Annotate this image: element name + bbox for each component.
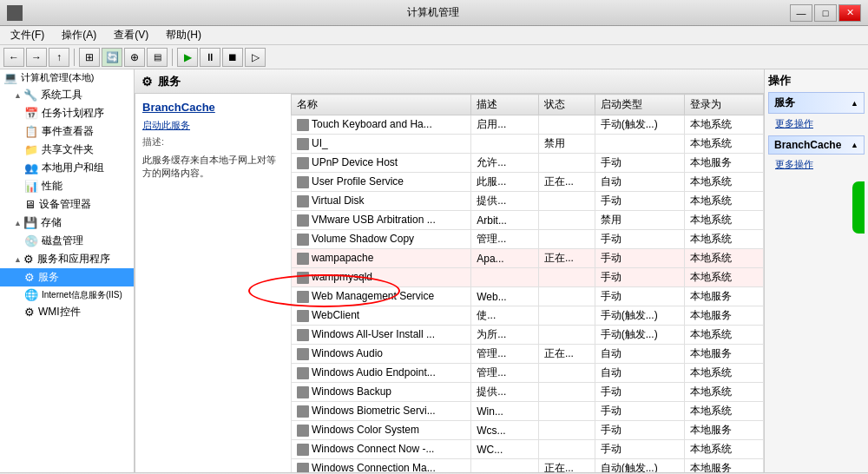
sidebar-item-wmi[interactable]: ⚙ WMI控件 [0,303,134,321]
play-button[interactable]: ▶ [177,48,198,67]
service-name-cell: Windows Biometric Servi... [292,402,471,421]
action-more-ops-2[interactable]: 更多操作 [768,156,865,173]
service-startup-cell: 禁用 [595,211,685,230]
service-name-cell: wampmysqld [292,268,471,287]
sidebar-item-services-apps[interactable]: ▲ ⚙ 服务和应用程序 [0,250,134,268]
table-row[interactable]: Volume Shadow Copy管理...手动本地系统 [292,230,764,249]
actions-title: 操作 [768,73,865,89]
service-name-cell: Virtual Disk [292,192,471,211]
col-startup[interactable]: 启动类型 [595,95,685,115]
table-row[interactable]: wampapacheApa...正在...手动本地系统 [292,249,764,268]
service-table-container[interactable]: 名称 描述 状态 启动类型 登录为 Touch Keyboard and Ha.… [291,94,764,472]
table-row[interactable]: Windows Audio Endpoint...管理...自动本地系统 [292,364,764,383]
service-desc-cell: Win... [471,402,539,421]
branchcache-title[interactable]: BranchCache [142,101,284,114]
table-row[interactable]: VMware USB Arbitration ...Arbit...禁用本地系统 [292,211,764,230]
table-row[interactable]: Windows Backup提供...手动本地系统 [292,383,764,402]
service-startup-cell: 手动 [595,421,685,440]
service-login-cell: 本地服务 [685,154,764,173]
service-login-cell: 本地系统 [685,230,764,249]
sidebar-item-task-scheduler[interactable]: 📅 任务计划程序 [0,104,134,122]
table-row[interactable]: Windows Biometric Servi...Win...手动本地系统 [292,402,764,421]
service-name-cell: Windows Backup [292,383,471,402]
computer-icon: 💻 [3,71,17,84]
service-table: 名称 描述 状态 启动类型 登录为 Touch Keyboard and Ha.… [291,94,764,472]
start-service-link[interactable]: 启动此服务 [142,120,190,130]
service-gear-icon [297,386,309,398]
stop-button[interactable]: ⏹ [222,48,243,67]
sidebar-item-event-viewer[interactable]: 📋 事件查看器 [0,122,134,141]
sidebar-item-iis[interactable]: 🌐 Internet信息服务(IIS) [0,286,134,303]
refresh-button[interactable]: 🔄 [102,48,122,67]
sidebar-item-local-users[interactable]: 👥 本地用户和组 [0,159,134,177]
properties-button[interactable]: ▤ [147,48,168,67]
table-row[interactable]: Windows Connection Ma...正在...自动(触发...)本地… [292,459,764,473]
sidebar-item-system-tools[interactable]: ▲ 🔧 系统工具 [0,86,134,104]
table-row[interactable]: WebClient使...手动(触发...)本地服务 [292,306,764,326]
action-section-branchcache[interactable]: BranchCache ▲ [768,135,865,155]
menu-file[interactable]: 文件(F) [3,26,51,44]
forward-button[interactable]: → [26,48,47,67]
sidebar-root[interactable]: 💻 计算机管理(本地) [0,69,134,86]
show-hide-button[interactable]: ⊞ [79,48,100,67]
table-row[interactable]: Windows Audio管理...正在...自动本地服务 [292,345,764,364]
chevron-down-icon: ▲ [851,99,858,108]
service-desc-cell: Web... [471,287,539,306]
close-button[interactable]: ✕ [838,4,861,22]
service-startup-cell: 手动(触发...) [595,115,685,135]
table-row[interactable]: Web Management ServiceWeb...手动本地服务 [292,287,764,306]
col-status[interactable]: 状态 [538,95,595,115]
table-row[interactable]: Virtual Disk提供...手动本地系统 [292,192,764,211]
table-row[interactable]: Windows All-User Install ...为所...手动(触发..… [292,326,764,345]
maximize-button[interactable]: □ [814,4,837,22]
service-desc-cell [471,459,539,473]
col-desc[interactable]: 描述 [471,95,539,115]
table-row[interactable]: UPnP Device Host允许...手动本地服务 [292,154,764,173]
back-button[interactable]: ← [3,48,24,67]
expand-icon-1: ▲ [14,91,22,100]
table-row[interactable]: UI_禁用本地系统 [292,135,764,154]
sidebar-item-device-manager[interactable]: 🖥 设备管理器 [0,195,134,214]
sidebar-item-services[interactable]: ⚙ 服务 [0,268,134,286]
col-login[interactable]: 登录为 [685,95,764,115]
menu-action[interactable]: 操作(A) [55,26,103,44]
service-status-cell [538,230,595,249]
sidebar-item-disk-management[interactable]: 💿 磁盘管理 [0,232,134,250]
restart-button[interactable]: ▷ [245,48,266,67]
table-row[interactable]: User Profile Service此服...正在...自动本地系统 [292,173,764,192]
table-row[interactable]: Windows Connect Now -...WC...手动本地系统 [292,440,764,459]
pause-button[interactable]: ⏸ [200,48,220,67]
export-button[interactable]: ⊕ [124,48,145,67]
service-name-cell: User Profile Service [292,173,471,192]
service-startup-cell: 手动 [595,383,685,402]
service-status-cell [538,306,595,326]
service-icon: ⚙ [24,271,35,284]
sidebar-item-storage[interactable]: ▲ 💾 存储 [0,214,134,232]
service-gear-icon [297,195,309,207]
sidebar-wmi-label: WMI控件 [38,305,81,319]
sidebar-item-shared-folders[interactable]: 📁 共享文件夹 [0,141,134,159]
service-startup-cell: 手动(触发...) [595,326,685,345]
table-row[interactable]: wampmysqld手动本地系统 [292,268,764,287]
sidebar-item-performance[interactable]: 📊 性能 [0,177,134,195]
col-name[interactable]: 名称 [292,95,471,115]
service-login-cell: 本地系统 [685,192,764,211]
minimize-button[interactable]: — [790,4,812,22]
service-name-cell: Windows Connection Ma... [292,459,471,473]
users-icon: 👥 [24,161,38,174]
service-name-cell: Windows All-User Install ... [292,326,471,345]
service-gear-icon [297,444,309,456]
menu-view[interactable]: 查看(V) [107,26,155,44]
table-row[interactable]: Touch Keyboard and Ha...启用...手动(触发...)本地… [292,115,764,135]
menu-help[interactable]: 帮助(H) [159,26,208,44]
action-more-ops-1[interactable]: 更多操作 [768,115,865,132]
info-panel: BranchCache 启动此服务 描述: 此服务缓存来自本地子网上对等方的网络… [135,94,291,472]
service-desc-cell [471,268,539,287]
disk-icon: 💿 [24,234,38,247]
sidebar-services-label: 服务 [38,270,59,285]
action-section-services[interactable]: 服务 ▲ [768,92,865,114]
window-controls: — □ ✕ [790,4,861,22]
table-row[interactable]: Windows Color SystemWcs...手动本地服务 [292,421,764,440]
service-name-cell: Touch Keyboard and Ha... [292,115,471,135]
up-button[interactable]: ↑ [49,48,69,67]
